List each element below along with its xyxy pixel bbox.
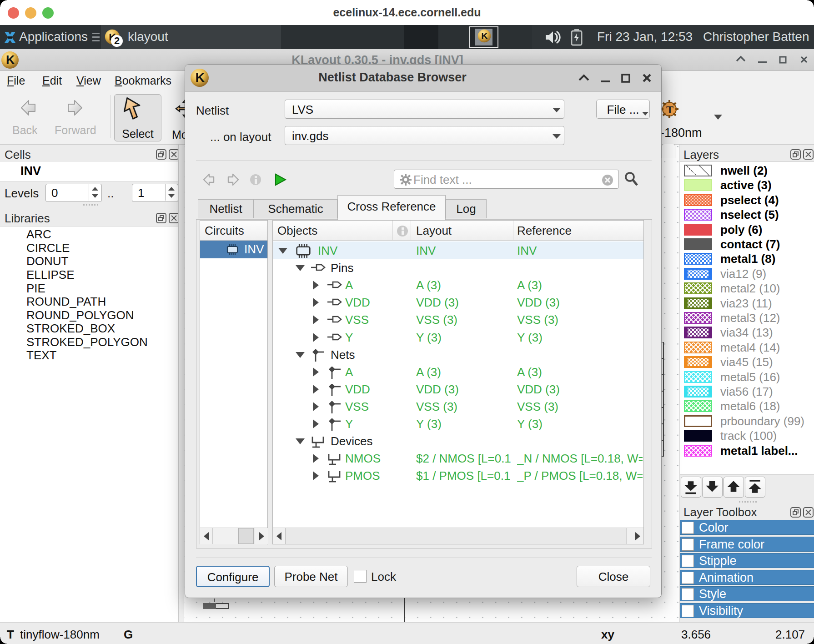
- svg-text:K: K: [6, 53, 15, 67]
- svg-text:T: T: [666, 104, 673, 116]
- svg-text:K: K: [481, 31, 488, 41]
